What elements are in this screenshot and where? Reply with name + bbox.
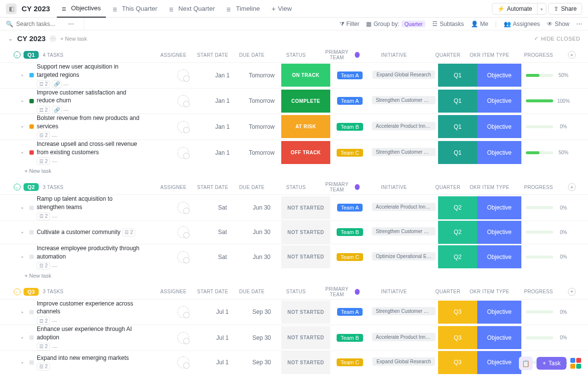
tab-this-quarter[interactable]: This Quarter bbox=[108, 0, 162, 18]
workspace-logo[interactable]: ◧ bbox=[6, 3, 17, 14]
initiative-cell[interactable]: Accelerate Product Innovation bbox=[369, 333, 438, 343]
col-okr-type[interactable]: OKR ITEM TYPE bbox=[467, 289, 512, 294]
automate-dropdown[interactable] bbox=[538, 3, 546, 15]
progress-cell[interactable]: 0% bbox=[521, 335, 575, 340]
team-cell[interactable]: Team B bbox=[330, 334, 369, 342]
col-due-date[interactable]: DUE DATE bbox=[232, 185, 271, 190]
status-cell[interactable]: NOT STARTED bbox=[281, 196, 330, 219]
status-cell[interactable]: COMPLETE bbox=[281, 90, 330, 113]
subtasks-button[interactable]: ☲Subtasks bbox=[432, 21, 464, 27]
okr-type-cell[interactable]: Objective bbox=[477, 301, 521, 324]
group-by-button[interactable]: ▦Group by: Quarter bbox=[366, 21, 425, 27]
collapse-group-icon[interactable]: ⌄ bbox=[14, 51, 21, 58]
quarter-cell[interactable]: Q2 bbox=[438, 245, 477, 268]
row-more-icon[interactable]: — bbox=[52, 213, 57, 219]
assignee-placeholder[interactable] bbox=[177, 147, 189, 159]
notes-button[interactable]: 📋 bbox=[519, 356, 533, 370]
expand-row-icon[interactable]: ▸ bbox=[22, 73, 26, 77]
row-more-icon[interactable]: — bbox=[52, 318, 57, 324]
share-button[interactable]: ⇪Share bbox=[548, 3, 582, 15]
start-date-cell[interactable]: Sat bbox=[203, 229, 242, 236]
col-initiative[interactable]: INITIATIVE bbox=[360, 185, 428, 190]
assignee-placeholder[interactable] bbox=[177, 306, 189, 318]
expand-row-icon[interactable]: ▸ bbox=[22, 310, 26, 314]
col-due-date[interactable]: DUE DATE bbox=[232, 52, 271, 58]
new-task-group[interactable]: + New task bbox=[0, 270, 588, 283]
row-more-icon[interactable]: — bbox=[52, 343, 57, 349]
initiative-cell[interactable]: Expand Global Research bbox=[369, 357, 438, 367]
team-cell[interactable]: Team A bbox=[330, 71, 369, 79]
info-icon[interactable]: ⋯ bbox=[49, 35, 56, 42]
row-more-icon[interactable]: — bbox=[63, 107, 69, 113]
col-start-date[interactable]: START DATE bbox=[193, 289, 232, 294]
assignee-placeholder[interactable] bbox=[177, 226, 189, 238]
progress-cell[interactable]: 0% bbox=[521, 309, 575, 315]
col-okr-type[interactable]: OKR ITEM TYPE bbox=[467, 185, 512, 190]
assignee-placeholder[interactable] bbox=[177, 95, 189, 107]
task-title[interactable]: Ramp up talent acquisition to strengthen… bbox=[37, 195, 140, 212]
task-title[interactable]: Improve customer experience across chann… bbox=[37, 300, 140, 316]
collapse-group-icon[interactable]: ⌄ bbox=[14, 184, 21, 190]
due-date-cell[interactable]: Tomorrow bbox=[242, 72, 281, 79]
due-date-cell[interactable]: Tomorrow bbox=[242, 97, 281, 104]
col-quarter[interactable]: QUARTER bbox=[428, 289, 467, 294]
quarter-cell[interactable]: Q3 bbox=[438, 326, 477, 349]
quarter-cell[interactable]: Q2 bbox=[438, 196, 477, 219]
status-cell[interactable]: ON TRACK bbox=[281, 64, 330, 87]
subtask-count[interactable]: ☲ 2 bbox=[37, 106, 50, 114]
row-more-icon[interactable]: — bbox=[52, 262, 57, 268]
start-date-cell[interactable]: Jul 1 bbox=[203, 359, 242, 366]
tab-timeline[interactable]: Timeline bbox=[221, 0, 265, 18]
assignee-placeholder[interactable] bbox=[177, 70, 189, 81]
col-status[interactable]: STATUS bbox=[271, 185, 320, 190]
row-more-icon[interactable]: — bbox=[63, 81, 69, 87]
start-date-cell[interactable]: Jul 1 bbox=[203, 334, 242, 341]
task-row[interactable]: ▸ Support new user acquisition in target… bbox=[0, 62, 588, 88]
initiative-cell[interactable]: Strengthen Customer Retenti... bbox=[369, 96, 438, 106]
subtask-count[interactable]: ☲ 2 bbox=[122, 229, 135, 236]
okr-type-cell[interactable]: Objective bbox=[477, 90, 521, 113]
task-row[interactable]: ▸ Cultivate a customer community ☲ 2 Sat… bbox=[0, 220, 588, 244]
progress-cell[interactable]: 50% bbox=[521, 72, 575, 78]
more-button[interactable]: ⋯ bbox=[576, 21, 582, 27]
due-date-cell[interactable]: Jun 30 bbox=[242, 254, 281, 260]
okr-type-cell[interactable]: Objective bbox=[477, 141, 521, 164]
progress-cell[interactable]: 100% bbox=[521, 98, 575, 104]
team-cell[interactable]: Team B bbox=[330, 228, 369, 236]
team-cell[interactable]: Team A bbox=[330, 204, 369, 212]
assignee-placeholder[interactable] bbox=[177, 356, 189, 368]
team-cell[interactable]: Team C bbox=[330, 253, 369, 261]
status-cell[interactable]: NOT STARTED bbox=[281, 221, 330, 244]
start-date-cell[interactable]: Jan 1 bbox=[203, 97, 242, 104]
quarter-badge[interactable]: Q2 bbox=[24, 183, 39, 191]
team-cell[interactable]: Team A bbox=[330, 308, 369, 316]
hide-closed-button[interactable]: ✓HIDE CLOSED bbox=[534, 35, 580, 42]
row-more-icon[interactable]: — bbox=[52, 158, 57, 164]
col-assignee[interactable]: ASSIGNEE bbox=[154, 52, 193, 58]
expand-row-icon[interactable]: ▸ bbox=[22, 124, 26, 129]
assignee-placeholder[interactable] bbox=[177, 332, 189, 344]
subtask-count[interactable]: ☲ 2 bbox=[37, 80, 50, 88]
task-row[interactable]: ▸ Increase upsell and cross-sell revenue… bbox=[0, 140, 588, 165]
col-assignee[interactable]: ASSIGNEE bbox=[154, 185, 193, 190]
filter-button[interactable]: ⧩Filter bbox=[340, 21, 360, 27]
col-status[interactable]: STATUS bbox=[271, 289, 320, 294]
start-date-cell[interactable]: Sat bbox=[203, 254, 242, 260]
subtask-count[interactable]: ☲ 2 bbox=[37, 317, 50, 325]
subtask-count[interactable]: ☲ 2 bbox=[37, 262, 50, 270]
subtask-count[interactable]: ☲ 2 bbox=[37, 212, 50, 220]
due-date-cell[interactable]: Tomorrow bbox=[242, 123, 281, 130]
task-title[interactable]: Bolster revenue from new products and se… bbox=[37, 114, 140, 131]
automate-button[interactable]: ⚡Automate bbox=[492, 3, 538, 15]
okr-type-cell[interactable]: Objective bbox=[477, 245, 521, 268]
okr-type-cell[interactable]: Objective bbox=[477, 221, 521, 244]
assignee-placeholder[interactable] bbox=[177, 202, 189, 213]
quarter-badge[interactable]: Q1 bbox=[24, 51, 39, 59]
new-task-group[interactable]: + New task bbox=[0, 374, 588, 377]
start-date-cell[interactable]: Jan 1 bbox=[203, 72, 242, 79]
subtask-count[interactable]: ☲ 2 bbox=[37, 132, 50, 140]
progress-cell[interactable]: 0% bbox=[521, 254, 575, 259]
new-task-group[interactable]: + New task bbox=[0, 165, 588, 179]
link-icon[interactable]: 🔗 bbox=[52, 106, 62, 114]
progress-cell[interactable]: 0% bbox=[521, 124, 575, 129]
